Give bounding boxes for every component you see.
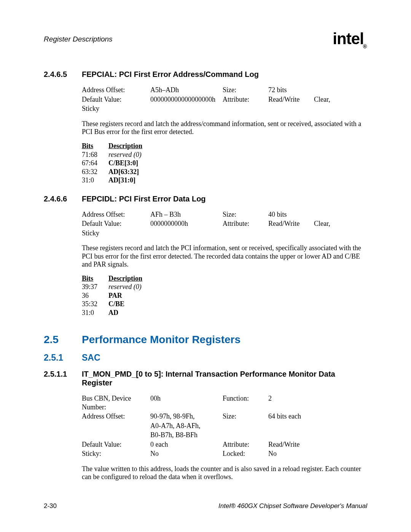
value-sticky: No xyxy=(150,449,223,458)
bits-header-col2: Description xyxy=(108,274,142,283)
intel-logo: intel® xyxy=(333,30,367,49)
heading-number: 2.4.6.5 xyxy=(44,70,82,79)
register-info-table: Address Offset: A5h–ADh Size: 72 bits De… xyxy=(82,86,367,113)
label-default-value: Default Value: xyxy=(82,440,150,449)
bits-range: 67:64 xyxy=(82,159,108,168)
label-size: Size: xyxy=(223,86,268,94)
bits-desc: PAR xyxy=(108,291,122,300)
heading-title: IT_MON_PMD_[0 to 5]: Internal Transactio… xyxy=(82,370,367,387)
label-default-value: Default Value: xyxy=(82,95,150,104)
heading-number: 2.5.1 xyxy=(44,353,82,363)
label-attribute: Attribute: xyxy=(223,95,268,104)
label-size: Size: xyxy=(223,412,268,421)
value-attribute: Read/Write xyxy=(268,219,314,228)
label-locked: Locked: xyxy=(223,449,268,458)
heading-2.4.6.6: 2.4.6.6 FEPCIDL: PCI First Error Data Lo… xyxy=(44,195,367,203)
section-description: The value written to this address, loads… xyxy=(82,465,367,481)
heading-number: 2.5 xyxy=(44,334,82,346)
value-default-value: 0 each xyxy=(150,440,223,449)
heading-title: FEPCIAL: PCI First Error Address/Command… xyxy=(82,70,259,79)
heading-2.5.1: 2.5.1 SAC xyxy=(44,353,367,363)
label-sticky: Sticky: xyxy=(82,449,150,458)
section-description: These registers record and latch the PCI… xyxy=(82,244,367,269)
page: Register Descriptions intel® 2.4.6.5 FEP… xyxy=(0,0,411,532)
label-sticky: Sticky xyxy=(82,104,150,113)
value-attribute: Read/Write xyxy=(268,95,314,104)
bits-desc: reserved (0) xyxy=(108,283,142,291)
section-2.5.1.1-body: Bus CBN, Device Number: 00h Function: 2 … xyxy=(82,394,367,481)
bits-range: 35:32 xyxy=(82,300,108,308)
label-bus-device: Bus CBN, Device Number: xyxy=(82,394,150,411)
label-attribute: Attribute: xyxy=(223,219,268,228)
register-info-table: Address Offset: AFh – B3h Size: 40 bits … xyxy=(82,210,367,238)
bits-header-col2: Description xyxy=(108,142,142,150)
bits-range: 71:68 xyxy=(82,150,108,159)
value-attribute: Read/Write xyxy=(268,440,322,449)
value-address-offset: A5h–ADh xyxy=(150,86,223,94)
heading-2.5.1.1: 2.5.1.1 IT_MON_PMD_[0 to 5]: Internal Tr… xyxy=(44,370,367,387)
running-title: Register Descriptions xyxy=(44,35,113,43)
label-attribute: Attribute: xyxy=(223,440,268,449)
value-size: 72 bits xyxy=(268,86,314,94)
value-size: 64 bits each xyxy=(268,412,322,421)
heading-2.4.6.5: 2.4.6.5 FEPCIAL: PCI First Error Address… xyxy=(44,70,367,79)
value-size: 40 bits xyxy=(268,210,314,219)
label-function: Function: xyxy=(223,394,268,411)
value-default-value: 0000000000h xyxy=(150,219,223,228)
bits-range: 31:0 xyxy=(82,176,108,185)
heading-number: 2.4.6.6 xyxy=(44,195,82,203)
bits-range: 36 xyxy=(82,291,108,300)
section-description: These registers record and latch the add… xyxy=(82,120,367,136)
bits-range: 31:0 xyxy=(82,308,108,317)
value-function: 2 xyxy=(268,394,322,411)
label-address-offset: Address Offset: xyxy=(82,86,150,94)
value-locked: No xyxy=(268,449,322,458)
heading-number: 2.5.1.1 xyxy=(44,370,82,379)
registered-icon: ® xyxy=(363,43,366,50)
bits-desc: reserved (0) xyxy=(108,150,142,159)
bits-desc: AD[31:0] xyxy=(108,176,135,185)
value-address-offset-line3: B0-B7h, B8-BFh xyxy=(150,431,223,439)
heading-2.5: 2.5 Performance Monitor Registers xyxy=(44,334,367,346)
bits-desc: AD[63:32] xyxy=(108,168,139,176)
section-2.4.6.5-body: Address Offset: A5h–ADh Size: 72 bits De… xyxy=(82,86,367,184)
label-address-offset: Address Offset: xyxy=(82,210,150,219)
value-attribute-extra: Clear, xyxy=(314,95,337,104)
bits-desc: C/BE xyxy=(108,300,124,308)
label-size: Size: xyxy=(223,210,268,219)
value-bus-device: 00h xyxy=(150,394,223,411)
page-header: Register Descriptions intel® xyxy=(44,30,367,49)
value-default-value: 000000000000000000h xyxy=(150,95,223,104)
heading-title: Performance Monitor Registers xyxy=(82,334,241,346)
page-number: 2-30 xyxy=(44,502,57,510)
value-address-offset-line1: 90-97h, 98-9Fh, xyxy=(150,412,223,421)
manual-title: Intel® 460GX Chipset Software Developer'… xyxy=(218,502,367,510)
value-address-offset-line2: A0-A7h, A8-AFh, xyxy=(150,422,223,430)
label-default-value: Default Value: xyxy=(82,219,150,228)
register-info-table: Bus CBN, Device Number: 00h Function: 2 … xyxy=(82,394,367,458)
heading-title: SAC xyxy=(82,353,100,363)
bits-table: Bits Description 39:37reserved (0) 36PAR… xyxy=(82,274,367,317)
value-attribute-extra: Clear, xyxy=(314,219,337,228)
label-address-offset: Address Offset: xyxy=(82,412,150,421)
heading-title: FEPCIDL: PCI First Error Data Log xyxy=(82,195,206,203)
label-sticky: Sticky xyxy=(82,229,150,238)
bits-desc: AD xyxy=(108,308,118,317)
bits-table: Bits Description 71:68reserved (0) 67:64… xyxy=(82,142,367,185)
section-2.4.6.6-body: Address Offset: AFh – B3h Size: 40 bits … xyxy=(82,210,367,317)
bits-header-col1: Bits xyxy=(82,274,108,283)
bits-range: 63:32 xyxy=(82,168,108,176)
value-address-offset: AFh – B3h xyxy=(150,210,223,219)
bits-range: 39:37 xyxy=(82,283,108,291)
page-footer: 2-30 Intel® 460GX Chipset Software Devel… xyxy=(44,502,367,510)
bits-header-col1: Bits xyxy=(82,142,108,150)
bits-desc: C/BE[3:0] xyxy=(108,159,138,168)
logo-text: intel xyxy=(333,30,363,48)
